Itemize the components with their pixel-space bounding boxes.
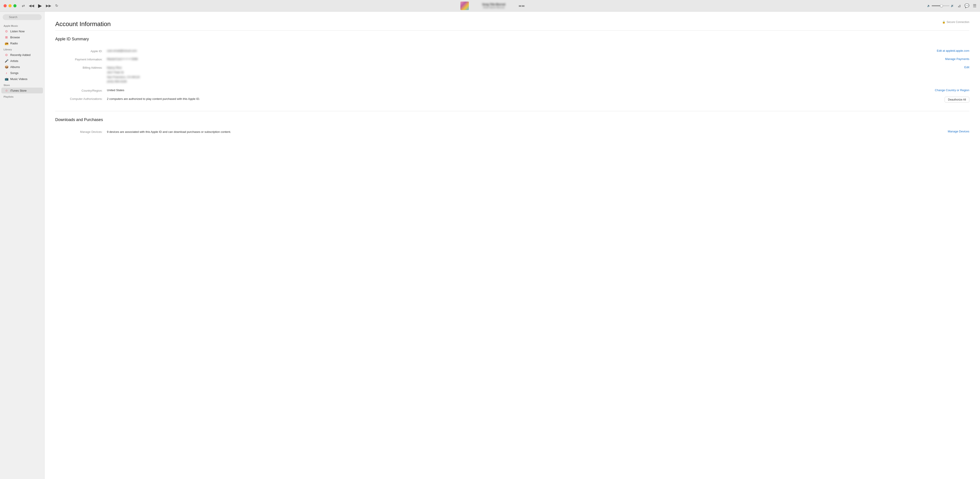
repeat-icon: ↻ <box>55 4 58 8</box>
titlebar: ⇄ ◀◀ ▶ ▶▶ ↻ Song Title Blurred Artist Na… <box>0 0 980 11</box>
volume-low-icon: 🔈 <box>927 4 930 7</box>
itunes-store-icon: ☆ <box>5 89 8 92</box>
fast-forward-button[interactable]: ▶▶ <box>46 3 51 8</box>
songs-icon: ♪ <box>5 71 8 75</box>
lock-icon: 🔒 <box>942 21 945 24</box>
sidebar-item-artists-label: Artists <box>10 59 18 62</box>
volume-track[interactable] <box>932 5 950 6</box>
sidebar: 🔍 Apple Music ⊙ Listen Now ⊞ Browse 📻 Ra… <box>0 11 45 479</box>
country-label: Country/Region: <box>55 88 104 92</box>
lyrics-icon: 💬 <box>964 3 969 8</box>
browse-icon: ⊞ <box>5 35 8 39</box>
billing-line3: San Francisco, CA 94110 <box>107 75 962 80</box>
playlists-section-label: Playlists <box>0 94 45 99</box>
edit-apple-id-link[interactable]: Edit at appleid.apple.com <box>937 49 969 53</box>
radio-icon: 📻 <box>5 42 8 45</box>
shuffle-icon: ⇄ <box>22 4 25 8</box>
listen-now-icon: ⊙ <box>5 29 8 33</box>
sidebar-item-songs[interactable]: ♪ Songs <box>2 70 43 76</box>
artists-icon: 🎤 <box>5 59 8 62</box>
music-videos-icon: 📺 <box>5 77 8 81</box>
shuffle-button[interactable]: ⇄ <box>22 3 25 8</box>
sidebar-item-music-videos[interactable]: 📺 Music Videos <box>2 76 43 82</box>
track-artist: Artist Name Blurred <box>483 6 504 9</box>
billing-line2: 1617 Park St <box>107 70 962 75</box>
main-layout: 🔍 Apple Music ⊙ Listen Now ⊞ Browse 📻 Ra… <box>0 11 980 479</box>
album-art <box>460 2 469 10</box>
queue-button[interactable]: ☰ <box>973 3 977 8</box>
search-wrapper: 🔍 <box>3 14 41 20</box>
minimize-button[interactable] <box>8 4 11 7</box>
sidebar-item-music-videos-label: Music Videos <box>10 77 27 81</box>
right-controls: 🔈 🔊 ⊿ 💬 ☰ <box>927 3 977 8</box>
content-area: Account Information 🔒 Secure Connection … <box>45 11 980 479</box>
edit-billing-link[interactable]: Edit <box>964 65 969 69</box>
devices-value: 9 devices are associated with this Apple… <box>107 130 945 134</box>
volume-high-icon: 🔊 <box>951 4 954 7</box>
sidebar-item-recently-added-label: Recently Added <box>10 53 30 57</box>
window-controls <box>3 4 16 7</box>
deauthorize-all-button[interactable]: Deauthorize All <box>945 97 969 102</box>
airplay-icon: ⊿ <box>958 3 961 8</box>
rewind-icon: ◀◀ <box>29 4 34 8</box>
auth-value: 2 computers are authorized to play conte… <box>107 97 942 101</box>
apple-id-label: Apple ID: <box>55 49 104 53</box>
airplay-button[interactable]: ⊿ <box>958 3 961 8</box>
apple-id-value: user.email@icloud.com <box>107 49 934 53</box>
maximize-button[interactable] <box>13 4 16 7</box>
recently-added-icon: ⊙ <box>5 53 8 57</box>
sidebar-item-browse[interactable]: ⊞ Browse <box>2 34 43 40</box>
country-row: Country/Region: United States Change Cou… <box>55 86 969 94</box>
sidebar-item-albums-label: Albums <box>10 65 20 69</box>
billing-line1: Nancy Rice <box>107 65 962 70</box>
authorizations-row: Computer Authorizations: 2 computers are… <box>55 94 969 105</box>
sidebar-item-artists[interactable]: 🎤 Artists <box>2 58 43 64</box>
secure-connection: 🔒 Secure Connection <box>942 21 969 24</box>
search-container: 🔍 <box>0 14 45 23</box>
transport-controls: ⇄ ◀◀ ▶ ▶▶ ↻ <box>22 3 58 9</box>
repeat-button[interactable]: ↻ <box>55 3 58 8</box>
fast-forward-icon: ▶▶ <box>46 4 51 8</box>
close-button[interactable] <box>3 4 7 7</box>
albums-icon: 📦 <box>5 65 8 69</box>
sidebar-item-listen-now[interactable]: ⊙ Listen Now <box>2 28 43 34</box>
manage-payments-link[interactable]: Manage Payments <box>945 57 969 61</box>
change-country-link[interactable]: Change Country or Region <box>935 88 969 92</box>
downloads-purchases-title: Downloads and Purchases <box>55 117 969 122</box>
now-playing-area: Song Title Blurred Artist Name Blurred ⏭… <box>63 2 923 10</box>
devices-row: Manage Devices: 9 devices are associated… <box>55 128 969 136</box>
play-icon: ▶ <box>38 3 42 8</box>
manage-devices-link[interactable]: Manage Devices <box>948 130 969 133</box>
sidebar-item-itunes-store-label: iTunes Store <box>10 89 27 92</box>
apple-id-row: Apple ID: user.email@icloud.com Edit at … <box>55 47 969 55</box>
page-title: Account Information <box>55 21 111 28</box>
rewind-button[interactable]: ◀◀ <box>29 3 34 8</box>
page-header: Account Information 🔒 Secure Connection <box>55 21 969 28</box>
store-section-label: Store <box>0 82 45 87</box>
sidebar-item-recently-added[interactable]: ⊙ Recently Added <box>2 52 43 58</box>
queue-icon: ☰ <box>973 3 977 8</box>
sidebar-item-radio[interactable]: 📻 Radio <box>2 40 43 46</box>
sidebar-item-itunes-store[interactable]: ☆ iTunes Store <box>2 88 43 93</box>
skip-button[interactable]: ⏭⏭ <box>519 4 525 8</box>
apple-id-summary-title: Apple ID Summary <box>55 37 969 42</box>
billing-line4: (415) 555-0100 <box>107 79 962 84</box>
volume-slider[interactable]: 🔈 🔊 <box>927 4 954 7</box>
track-name: Song Title Blurred <box>482 3 505 6</box>
country-value: United States <box>107 88 932 92</box>
play-button[interactable]: ▶ <box>38 3 42 9</box>
search-input[interactable] <box>3 14 41 20</box>
volume-thumb <box>940 5 943 7</box>
auth-label: Computer Authorizations: <box>55 97 104 101</box>
billing-row: Billing Address: Nancy Rice 1617 Park St… <box>55 63 969 86</box>
sidebar-item-radio-label: Radio <box>10 42 18 45</box>
lyrics-button[interactable]: 💬 <box>964 3 969 8</box>
payment-label: Payment Information: <box>55 57 104 61</box>
billing-label: Billing Address: <box>55 65 104 69</box>
secure-connection-label: Secure Connection <box>947 21 969 24</box>
sidebar-item-songs-label: Songs <box>10 71 19 75</box>
apple-music-section-label: Apple Music <box>0 23 45 28</box>
devices-label: Manage Devices: <box>55 130 104 134</box>
track-info: Song Title Blurred Artist Name Blurred <box>471 3 516 9</box>
sidebar-item-albums[interactable]: 📦 Albums <box>2 64 43 70</box>
